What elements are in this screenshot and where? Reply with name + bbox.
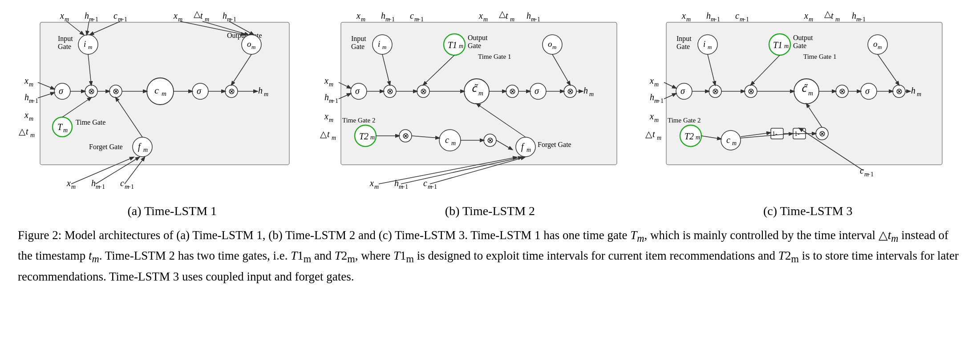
svg-text:⊗: ⊗ xyxy=(402,131,409,140)
diagram-c: x m h m −1 c m −1 x m △ t m h m −1 Input… xyxy=(642,9,967,196)
svg-text:−1: −1 xyxy=(657,98,664,104)
svg-text:m: m xyxy=(162,90,166,97)
svg-text:−1: −1 xyxy=(121,16,127,23)
svg-text:Input: Input xyxy=(351,35,366,43)
svg-text:−1: −1 xyxy=(417,16,424,23)
svg-text:σ: σ xyxy=(355,86,360,96)
svg-text:⊗: ⊗ xyxy=(509,87,516,96)
svg-point-40 xyxy=(147,78,174,105)
svg-point-54 xyxy=(133,137,152,157)
svg-text:Input: Input xyxy=(676,35,692,43)
svg-text:m: m xyxy=(478,90,483,97)
svg-text:Output: Output xyxy=(793,34,813,42)
svg-text:m: m xyxy=(329,117,333,123)
svg-text:c: c xyxy=(726,135,730,145)
svg-text:−1: −1 xyxy=(430,183,437,190)
svg-text:Output: Output xyxy=(468,34,488,42)
svg-text:m: m xyxy=(589,91,594,98)
svg-text:x: x xyxy=(24,110,28,120)
svg-text:△: △ xyxy=(19,126,26,136)
svg-text:h: h xyxy=(91,178,96,188)
svg-text:t: t xyxy=(506,11,508,20)
svg-text:−1: −1 xyxy=(713,16,720,23)
svg-text:m: m xyxy=(143,147,148,153)
svg-text:m: m xyxy=(382,44,386,50)
svg-text:i: i xyxy=(703,39,705,49)
svg-text:m: m xyxy=(374,183,379,190)
svg-point-231 xyxy=(794,79,819,104)
svg-text:σ: σ xyxy=(197,86,202,96)
svg-text:m: m xyxy=(483,16,488,23)
svg-text:m: m xyxy=(708,44,712,50)
svg-text:m: m xyxy=(71,183,76,190)
diagram-a: x m h m −1 c m −1 x m △ t m h m −1 Input… xyxy=(13,9,316,196)
svg-text:Time Gate: Time Gate xyxy=(76,118,105,126)
svg-text:−1: −1 xyxy=(332,98,338,104)
svg-text:m: m xyxy=(88,44,92,50)
svg-text:x: x xyxy=(24,76,28,86)
svg-text:Gate: Gate xyxy=(58,43,71,50)
svg-text:−1: −1 xyxy=(230,16,236,23)
svg-text:m: m xyxy=(29,115,33,122)
svg-text:Time Gate 1: Time Gate 1 xyxy=(803,53,836,60)
main-container: x m h m −1 c m −1 x m △ t m h m −1 Input… xyxy=(0,0,980,295)
svg-text:⊗: ⊗ xyxy=(88,87,95,96)
svg-text:m: m xyxy=(686,16,691,23)
svg-text:x: x xyxy=(60,11,64,20)
svg-text:h: h xyxy=(381,11,385,20)
svg-text:m: m xyxy=(808,90,813,97)
svg-text:h: h xyxy=(258,86,263,95)
svg-text:−1: −1 xyxy=(859,16,866,23)
caption-a: (a) Time-LSTM 1 xyxy=(127,204,217,218)
svg-text:△: △ xyxy=(194,9,201,19)
diagrams-row: x m h m −1 c m −1 x m △ t m h m −1 Input… xyxy=(13,9,967,196)
diagram-c-svg: x m h m −1 c m −1 x m △ t m h m −1 Input… xyxy=(642,9,967,196)
svg-text:h: h xyxy=(394,178,399,188)
svg-text:t: t xyxy=(652,129,655,139)
svg-text:σ: σ xyxy=(535,86,539,96)
svg-text:⊗: ⊗ xyxy=(712,87,719,96)
svg-text:m: m xyxy=(251,44,255,50)
svg-text:m: m xyxy=(657,134,661,141)
svg-point-157 xyxy=(516,137,535,157)
svg-text:c: c xyxy=(410,11,414,20)
svg-text:t: t xyxy=(26,126,28,136)
svg-text:m: m xyxy=(30,132,35,138)
svg-text:⊗: ⊗ xyxy=(896,87,903,96)
svg-text:m: m xyxy=(809,16,813,23)
svg-text:h: h xyxy=(526,11,531,20)
svg-text:m: m xyxy=(63,127,68,134)
svg-text:△: △ xyxy=(645,129,652,139)
svg-text:x: x xyxy=(681,11,686,20)
svg-text:m: m xyxy=(835,16,840,23)
svg-text:⊗: ⊗ xyxy=(113,87,119,96)
svg-text:T2: T2 xyxy=(684,131,694,141)
svg-text:m: m xyxy=(205,16,209,23)
svg-text:Gate: Gate xyxy=(468,42,481,49)
svg-text:i: i xyxy=(378,39,380,49)
diagram-b-svg: x m h m −1 c m −1 x m △ t m h m −1 Input… xyxy=(316,9,641,196)
svg-text:h: h xyxy=(223,11,227,20)
svg-text:h: h xyxy=(852,11,856,20)
svg-text:⊗: ⊗ xyxy=(228,87,235,96)
svg-text:m: m xyxy=(361,16,365,23)
svg-text:σ: σ xyxy=(59,86,64,96)
svg-text:Time Gate 2: Time Gate 2 xyxy=(342,117,375,124)
svg-text:c: c xyxy=(120,178,124,188)
svg-point-152 xyxy=(439,130,461,151)
svg-text:⊗: ⊗ xyxy=(387,87,393,96)
svg-text:⊗: ⊗ xyxy=(487,136,494,145)
svg-text:t: t xyxy=(831,11,834,20)
svg-text:x: x xyxy=(369,178,374,188)
svg-text:x: x xyxy=(324,76,328,86)
svg-text:m: m xyxy=(732,140,737,147)
svg-text:⊗: ⊗ xyxy=(819,129,826,138)
svg-text:h: h xyxy=(706,11,711,20)
svg-text:1-: 1- xyxy=(772,130,778,137)
svg-text:m: m xyxy=(878,44,882,50)
svg-text:m: m xyxy=(451,140,456,147)
svg-point-130 xyxy=(464,79,489,104)
captions-row: (a) Time-LSTM 1 (b) Time-LSTM 2 (c) Time… xyxy=(13,204,967,218)
svg-text:c: c xyxy=(445,135,449,145)
svg-text:o: o xyxy=(247,39,251,49)
